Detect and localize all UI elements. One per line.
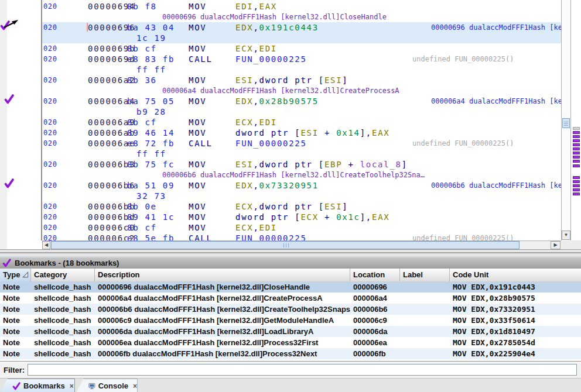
vertical-scrollbar-thumb[interactable] [562, 118, 570, 128]
sort-icon [22, 271, 29, 278]
listing-row[interactable]: 020000006aee8 72 fbCALLFUN_00000225undef… [42, 138, 561, 149]
bookmark-row[interactable]: Noteshellcode_hash00000696 dualaccModFFF… [0, 281, 581, 293]
bookmark-tick[interactable] [573, 192, 580, 195]
bookmark-tick[interactable] [573, 188, 580, 191]
listing-row[interactable]: 32 73 [42, 191, 561, 201]
pre-comment: 000006a4 dualaccModFFF1Hash [kernel32.dl… [162, 85, 399, 96]
listing-row[interactable]: 020000006b6ba 51 09MOVEDX,0x733209510000… [42, 180, 561, 191]
panel-splitter[interactable] [0, 249, 581, 257]
listing-row[interactable]: 0200000069b8b cfMOVECX,EDI [42, 43, 561, 54]
scroll-left-button[interactable]: ◀ [42, 241, 50, 249]
bookmark-row[interactable]: Noteshellcode_hash000006b6 dualaccModFFF… [0, 304, 581, 315]
mnemonic-field: CALL [189, 54, 213, 64]
bookmarks-panel-header[interactable]: Bookmarks - (18 bookmarks) [0, 257, 581, 269]
auto-comment: undefined FUN_00000225() [412, 54, 514, 64]
bookmark-type-cell: Note [0, 304, 31, 315]
bookmark-row[interactable]: Noteshellcode_hash000006da dualaccModFFF… [0, 326, 581, 337]
listing-row[interactable]: 0200000069de8 83 fbCALLFUN_00000225undef… [42, 54, 561, 64]
listing-row[interactable]: 1c 19 [42, 33, 561, 43]
block-field: 020 [43, 75, 57, 85]
bookmark-tick[interactable] [573, 147, 580, 150]
listing-panel[interactable]: 020000006948b f8MOVEDI,EAX00000696 duala… [0, 0, 581, 249]
bookmark-tick[interactable] [573, 152, 580, 154]
bookmark-row[interactable]: Noteshellcode_hash000006a4 dualaccModFFF… [0, 293, 581, 304]
block-field: 020 [43, 117, 57, 128]
column-header-description[interactable]: Description [95, 269, 350, 281]
bookmark-tick[interactable] [573, 131, 580, 134]
bookmark-tick[interactable] [573, 184, 580, 187]
scroll-down-button[interactable]: ▼ [562, 231, 570, 240]
listing-row[interactable]: ff ff [42, 149, 561, 159]
listing-row[interactable]: 020000006bd89 41 1cMOVdword ptr [ECX + 0… [42, 212, 561, 222]
listing-row[interactable]: 020000006b38b 75 fcMOVESI,dword ptr [EBP… [42, 159, 561, 170]
listing-row[interactable]: ff ff [42, 64, 561, 75]
bookmark-type-cell: Note [0, 281, 31, 293]
tab-bookmarks[interactable]: Bookmarks × [0, 379, 75, 392]
listing-row[interactable]: 020000006bb8b 0eMOVECX,dword ptr [ESI] [42, 201, 561, 212]
bookmark-code-unit-cell: MOV EDX,0x28b90575 [450, 293, 581, 304]
bookmark-tick[interactable] [573, 143, 580, 146]
ghidra-window: 020000006948b f8MOVEDI,EAX00000696 duala… [0, 0, 581, 392]
listing-row[interactable]: 020000006ab89 46 14MOVdword ptr [ESI + 0… [42, 128, 561, 138]
bookmark-tick[interactable] [573, 156, 580, 159]
bookmark-category-cell: shellcode_hash [31, 281, 95, 293]
mnemonic-field: MOV [189, 117, 206, 128]
close-tab-icon[interactable]: × [133, 382, 137, 390]
vertical-scrollbar[interactable]: ▼ [561, 0, 571, 240]
listing-comment-row[interactable]: 000006b6 dualaccModFFF1Hash [kernel32.dl… [42, 170, 561, 180]
listing-row[interactable]: 020000006a98b cfMOVECX,EDI [42, 117, 561, 128]
bytes-field: 8b cf [127, 43, 157, 54]
listing-row[interactable]: 020000006a4ba 75 05MOVEDX,0x28b905750000… [42, 96, 561, 106]
listing-row[interactable]: 02000000696ba 43 04MOVEDX,0x191c04430000… [42, 22, 561, 33]
bookmarks-table-header: Type Category Description Location Label… [0, 269, 581, 281]
column-header-type[interactable]: Type [0, 269, 31, 281]
listing-comment-row[interactable]: 00000696 dualaccModFFF1Hash [kernel32.dl… [42, 12, 561, 22]
overview-gray-tick[interactable] [573, 127, 580, 130]
block-field: 020 [43, 212, 57, 222]
scroll-right-button[interactable]: ▶ [551, 241, 561, 249]
eol-comment: 00000696 dualaccModFFF1Hash [ke [431, 22, 561, 33]
listing-row[interactable]: 020000006c08b cfMOVECX,EDI [42, 222, 561, 233]
bookmark-check-icon [0, 20, 12, 31]
close-tab-icon[interactable]: × [70, 382, 74, 390]
bookmark-category-cell: shellcode_hash [31, 348, 95, 359]
tab-console[interactable]: Console × [76, 379, 138, 392]
bookmark-label-cell [400, 315, 450, 326]
bookmark-tick[interactable] [573, 135, 580, 138]
mnemonic-field: MOV [189, 1, 206, 12]
bookmark-tick[interactable] [573, 180, 580, 183]
mnemonic-field: MOV [189, 22, 206, 33]
bytes-field: ba 51 09 [127, 180, 175, 191]
bookmark-location-cell: 000006da [350, 326, 400, 337]
listing-row[interactable]: 020000006a28b 36MOVESI,dword ptr [ESI] [42, 75, 561, 85]
bookmark-tick[interactable] [573, 176, 580, 179]
horizontal-scrollbar[interactable]: ◀ ▶ [42, 240, 561, 249]
column-header-label[interactable]: Label [400, 269, 450, 281]
bookmark-tick[interactable] [573, 160, 580, 163]
filter-input[interactable] [28, 364, 577, 376]
bookmark-row[interactable]: Noteshellcode_hash000006c9 dualaccModFFF… [0, 315, 581, 326]
column-header-code-unit[interactable]: Code Unit [450, 269, 581, 281]
bookmark-location-cell: 000006b6 [350, 304, 400, 315]
horizontal-scrollbar-thumb[interactable] [51, 241, 520, 249]
pre-comment: 000006b6 dualaccModFFF1Hash [kernel32.dl… [162, 170, 425, 180]
bookmark-type-cell: Note [0, 348, 31, 359]
listing-row[interactable]: 020000006948b f8MOVEDI,EAX [42, 1, 561, 12]
listing-row[interactable]: 020000006c2e8 5e fbCALLFUN_00000225undef… [42, 233, 561, 240]
bookmark-category-cell: shellcode_hash [31, 304, 95, 315]
bookmark-tick[interactable] [573, 164, 580, 167]
bookmark-tick[interactable] [573, 139, 580, 142]
bookmark-row[interactable]: Noteshellcode_hash000006fb dualaccModFFF… [0, 348, 581, 359]
mouse-cursor-icon [4, 19, 19, 31]
column-header-category[interactable]: Category [31, 269, 95, 281]
bookmark-category-cell: shellcode_hash [31, 315, 95, 326]
block-field: 020 [43, 159, 57, 170]
block-field: 020 [43, 43, 57, 54]
column-header-location[interactable]: Location [350, 269, 400, 281]
operands-field: EDX,0x73320951 [235, 180, 319, 191]
bookmark-row[interactable]: Noteshellcode_hash000006ea dualaccModFFF… [0, 337, 581, 348]
listing-comment-row[interactable]: 000006a4 dualaccModFFF1Hash [kernel32.dl… [42, 85, 561, 96]
bytes-continuation: 32 73 [136, 191, 166, 201]
listing-row[interactable]: b9 28 [42, 106, 561, 117]
bookmark-overview-margin[interactable] [572, 0, 581, 240]
